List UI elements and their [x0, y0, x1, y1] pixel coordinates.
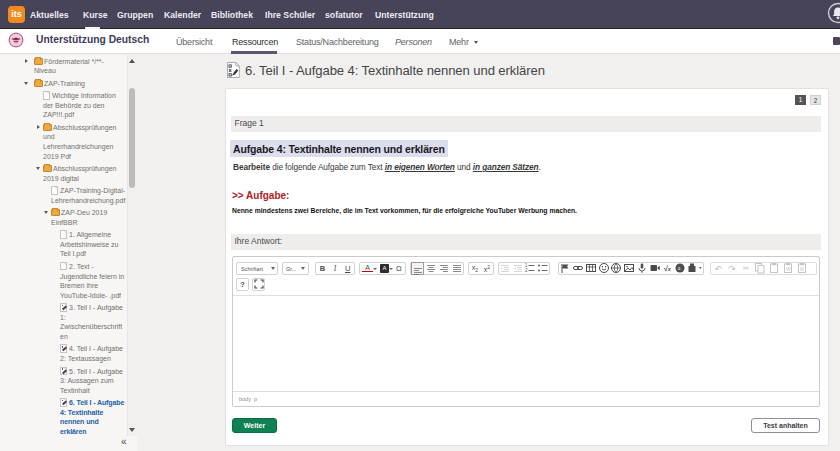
- svg-text:W: W: [786, 266, 791, 272]
- svg-text:a: a: [678, 265, 681, 271]
- svg-text:2: 2: [525, 268, 528, 273]
